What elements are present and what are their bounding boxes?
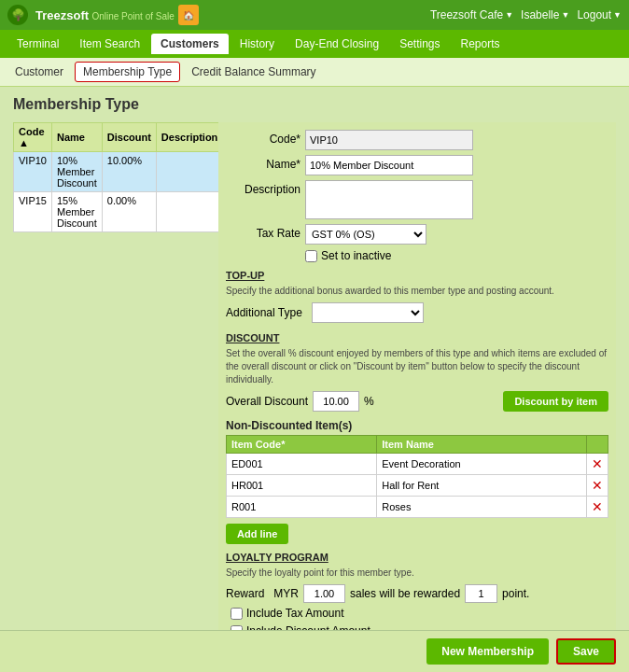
reward-label: Reward bbox=[226, 587, 264, 600]
membership-table: Code ▲ Name Discount Description VIP10 1… bbox=[13, 122, 245, 232]
cell-name: 10% Member Discount bbox=[51, 152, 102, 192]
reward-points-input[interactable] bbox=[465, 584, 497, 603]
tax-rate-select[interactable]: GST 0% (OS) GST 6% SST bbox=[305, 224, 426, 245]
non-discounted-header: Non-Discounted Item(s) bbox=[226, 419, 608, 432]
loyalty-section-desc: Specify the loyalty point for this membe… bbox=[226, 567, 608, 580]
logo-sub: Online Point of Sale bbox=[91, 11, 174, 21]
nav-customers[interactable]: Customers bbox=[151, 34, 229, 54]
col-code: Code ▲ bbox=[14, 123, 52, 152]
logout-button[interactable]: Logout bbox=[577, 8, 622, 21]
item-delete[interactable]: ✕ bbox=[587, 497, 608, 518]
item-name: Hall for Rent bbox=[377, 475, 587, 497]
name-row: Name* bbox=[226, 155, 608, 175]
tax-rate-row: Tax Rate GST 0% (OS) GST 6% SST bbox=[226, 224, 608, 245]
nav-item-search[interactable]: Item Search bbox=[70, 34, 149, 54]
main-layout: Code ▲ Name Discount Description VIP10 1… bbox=[13, 122, 616, 672]
discount-section-header: DISCOUNT bbox=[226, 332, 608, 343]
items-col-name: Item Name bbox=[377, 436, 587, 454]
item-code: ED001 bbox=[227, 454, 377, 475]
logo-area: 🌳 Treezsoft Online Point of Sale 🏠 bbox=[7, 5, 199, 25]
add-line-row: Add line bbox=[226, 524, 608, 544]
nav-reports[interactable]: Reports bbox=[452, 34, 510, 54]
items-col-delete bbox=[587, 436, 608, 454]
description-label: Description bbox=[226, 180, 301, 196]
right-panel: Code* Name* Description bbox=[218, 122, 616, 672]
store-icon: 🏠 bbox=[178, 5, 199, 25]
new-membership-button[interactable]: New Membership bbox=[426, 638, 549, 665]
delete-item-btn[interactable]: ✕ bbox=[592, 499, 603, 514]
item-row[interactable]: R001 Roses ✕ bbox=[227, 497, 608, 518]
subnav-membership-type[interactable]: Membership Type bbox=[75, 62, 180, 82]
item-code: HR001 bbox=[227, 475, 377, 497]
overall-discount-row: Overall Discount % Discount by item bbox=[226, 391, 608, 412]
add-line-button[interactable]: Add line bbox=[226, 524, 288, 544]
page-content: Membership Type Code ▲ Name Discount Des… bbox=[0, 87, 629, 672]
loyalty-section-header: LOYALTY PROGRAM bbox=[226, 552, 608, 563]
item-delete[interactable]: ✕ bbox=[587, 475, 608, 497]
sub-nav: Customer Membership Type Credit Balance … bbox=[0, 58, 629, 87]
code-row: Code* bbox=[226, 130, 608, 150]
item-name: Event Decoration bbox=[377, 454, 587, 475]
top-right: Treezsoft Cafe Isabelle Logout bbox=[430, 8, 622, 21]
cell-code: VIP10 bbox=[14, 152, 52, 192]
name-input[interactable] bbox=[305, 155, 473, 175]
bottom-bar: New Membership Save bbox=[0, 630, 629, 672]
reward-row: Reward MYR sales will be rewarded point. bbox=[226, 584, 608, 603]
inactive-label: Set to inactive bbox=[321, 249, 391, 262]
name-label: Name* bbox=[226, 155, 301, 171]
nav-bar: Terminal Item Search Customers History D… bbox=[0, 30, 629, 58]
col-description: Description bbox=[156, 123, 223, 152]
additional-type-row: Additional Type bbox=[226, 302, 608, 323]
user-selector[interactable]: Isabelle bbox=[521, 8, 569, 21]
cell-discount: 0.00% bbox=[102, 192, 156, 232]
discount-by-item-button[interactable]: Discount by item bbox=[503, 391, 608, 412]
overall-discount-input[interactable] bbox=[313, 391, 359, 412]
item-name: Roses bbox=[377, 497, 587, 518]
col-discount: Discount bbox=[102, 123, 156, 152]
table-row[interactable]: VIP10 10% Member Discount 10.00% ✕ bbox=[14, 152, 245, 192]
reward-currency: MYR bbox=[273, 587, 299, 600]
cell-code: VIP15 bbox=[14, 192, 52, 232]
discount-section-desc: Set the overall % discount enjoyed by me… bbox=[226, 347, 608, 386]
item-code: R001 bbox=[227, 497, 377, 518]
delete-item-btn[interactable]: ✕ bbox=[592, 478, 603, 493]
include-tax-label: Include Tax Amount bbox=[246, 607, 344, 620]
item-row[interactable]: ED001 Event Decoration ✕ bbox=[227, 454, 608, 475]
code-input[interactable] bbox=[305, 130, 473, 150]
inactive-row: Set to inactive bbox=[305, 249, 608, 262]
cell-description bbox=[156, 152, 223, 192]
overall-discount-label: Overall Discount bbox=[226, 395, 308, 408]
subnav-credit-balance[interactable]: Credit Balance Summary bbox=[184, 63, 323, 81]
additional-type-select[interactable] bbox=[312, 302, 424, 323]
table-row[interactable]: VIP15 15% Member Discount 0.00% ✕ bbox=[14, 192, 245, 232]
include-tax-checkbox[interactable] bbox=[231, 608, 243, 620]
reward-amount-input[interactable] bbox=[303, 584, 345, 603]
nav-day-end[interactable]: Day-End Closing bbox=[286, 34, 388, 54]
topup-section-desc: Specify the additional bonus awarded to … bbox=[226, 285, 608, 298]
topup-section-header: TOP-UP bbox=[226, 270, 608, 281]
items-col-code: Item Code* bbox=[227, 436, 377, 454]
delete-item-btn[interactable]: ✕ bbox=[592, 456, 603, 471]
col-name: Name bbox=[51, 123, 102, 152]
save-button[interactable]: Save bbox=[556, 638, 616, 665]
logo-text: Treezsoft bbox=[35, 8, 89, 22]
item-delete[interactable]: ✕ bbox=[587, 454, 608, 475]
cell-name: 15% Member Discount bbox=[51, 192, 102, 232]
subnav-customer[interactable]: Customer bbox=[7, 63, 71, 81]
include-tax-row: Include Tax Amount bbox=[231, 607, 608, 620]
store-selector[interactable]: Treezsoft Cafe bbox=[430, 8, 513, 21]
description-row: Description bbox=[226, 180, 608, 219]
additional-type-label: Additional Type bbox=[226, 306, 302, 319]
nav-terminal[interactable]: Terminal bbox=[7, 34, 68, 54]
description-input[interactable] bbox=[305, 180, 473, 219]
inactive-checkbox[interactable] bbox=[305, 250, 317, 262]
page-title: Membership Type bbox=[13, 96, 616, 113]
reward-unit: point. bbox=[502, 587, 529, 600]
nav-settings[interactable]: Settings bbox=[390, 34, 449, 54]
nav-history[interactable]: History bbox=[231, 34, 284, 54]
top-bar: 🌳 Treezsoft Online Point of Sale 🏠 Treez… bbox=[0, 0, 629, 30]
non-discounted-table: Item Code* Item Name ED001 Event Decorat… bbox=[226, 435, 608, 518]
cell-discount: 10.00% bbox=[102, 152, 156, 192]
item-row[interactable]: HR001 Hall for Rent ✕ bbox=[227, 475, 608, 497]
reward-text: sales will be rewarded bbox=[350, 587, 460, 600]
